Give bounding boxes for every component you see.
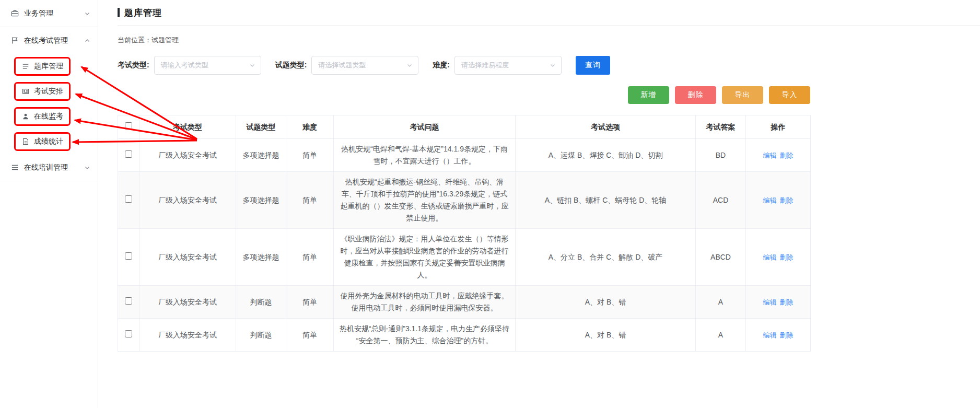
delete-link[interactable]: 删除	[780, 331, 794, 339]
select-placeholder: 请输入考试类型	[161, 61, 208, 70]
edit-link[interactable]: 编辑	[763, 253, 777, 261]
question-cell: 热机安规“总则-通则”3.1.1条规定，电力生产必须坚持“安全第一、预防为主、综…	[334, 319, 516, 352]
sidebar-item-exam-schedule[interactable]: 考试安排	[0, 79, 98, 104]
row-checkbox[interactable]	[125, 195, 132, 203]
question-type-select[interactable]: 请选择试题类型	[311, 56, 418, 75]
operations-cell: 编辑删除	[746, 286, 811, 319]
exam-type-filter: 考试类型: 请输入考试类型	[118, 56, 261, 75]
filter-label: 难度:	[433, 61, 450, 70]
edit-link[interactable]: 编辑	[763, 331, 777, 339]
action-row: 新增 删除 导出 导入	[118, 86, 810, 104]
difficulty-cell: 简单	[286, 139, 334, 172]
sidebar-item-question-bank[interactable]: 题库管理	[0, 54, 98, 79]
main-content: 题库管理 当前位置：试题管理 考试类型: 请输入考试类型 试题类型: 请选择试题…	[98, 0, 980, 408]
operations-cell: 编辑删除	[746, 139, 811, 172]
question-bank-list-icon	[21, 62, 30, 71]
delete-button[interactable]: 删除	[675, 86, 716, 104]
user-icon	[21, 112, 30, 121]
add-button[interactable]: 新增	[628, 86, 669, 104]
exam-type-select[interactable]: 请输入考试类型	[154, 56, 261, 75]
chevron-down-icon	[84, 165, 90, 171]
column-header: 考试问题	[334, 115, 516, 139]
options-cell: A、对 B、错	[516, 319, 696, 352]
operations-cell: 编辑删除	[746, 319, 811, 352]
column-header: 考试答案	[696, 115, 746, 139]
question-type-cell: 多项选择题	[236, 139, 286, 172]
delete-link[interactable]: 删除	[780, 253, 794, 261]
delete-link[interactable]: 删除	[780, 298, 794, 306]
row-checkbox[interactable]	[125, 297, 132, 305]
online-exam-submenu: 题库管理 考试安排 在线监考 成绩	[0, 54, 98, 154]
sidebar-item-label: 考试安排	[34, 87, 63, 96]
filter-label: 试题类型:	[275, 61, 307, 70]
column-header: 考试选项	[516, 115, 696, 139]
answer-cell: A	[696, 319, 746, 352]
row-checkbox[interactable]	[125, 150, 132, 158]
page-title: 题库管理	[124, 7, 162, 19]
id-card-icon	[21, 87, 30, 96]
chevron-down-icon	[249, 62, 255, 68]
import-button[interactable]: 导入	[769, 86, 810, 104]
answer-cell: ACD	[696, 172, 746, 229]
question-type-cell: 判断题	[236, 286, 286, 319]
row-checkbox[interactable]	[125, 330, 132, 337]
query-button[interactable]: 查询	[576, 56, 610, 75]
table-row: 厂级入场安全考试 判断题 简单 使用外壳为金属材料的电动工具时，应戴绝缘手套。使…	[118, 286, 811, 319]
sidebar-item-label: 业务管理	[24, 9, 53, 18]
difficulty-cell: 简单	[286, 286, 334, 319]
export-button[interactable]: 导出	[722, 86, 763, 104]
edit-link[interactable]: 编辑	[763, 196, 777, 204]
page-title-row: 题库管理	[118, 0, 980, 26]
difficulty-cell: 简单	[286, 319, 334, 352]
question-cell: 使用外壳为金属材料的电动工具时，应戴绝缘手套。使用电动工具时，必须同时使用漏电保…	[334, 286, 516, 319]
column-header: 考试类型	[139, 115, 236, 139]
filter-label: 考试类型:	[118, 61, 149, 70]
exam-type-cell: 厂级入场安全考试	[139, 172, 236, 229]
select-all-checkbox[interactable]	[125, 122, 132, 130]
exam-flag-icon	[10, 37, 19, 45]
column-header: 难度	[286, 115, 334, 139]
column-header: 试题类型	[236, 115, 286, 139]
row-checkbox[interactable]	[125, 252, 132, 260]
difficulty-select[interactable]: 请选择难易程度	[454, 56, 562, 75]
select-placeholder: 请选择难易程度	[461, 61, 509, 70]
sidebar-item-label: 在线监考	[34, 112, 63, 121]
options-cell: A、链扣 B、螺杆 C、蜗母轮 D、轮轴	[516, 172, 696, 229]
sidebar: 业务管理 在线考试管理 题库管理 考	[0, 0, 98, 408]
edit-link[interactable]: 编辑	[763, 151, 777, 159]
sidebar-item-score-stats[interactable]: 成绩统计	[0, 129, 98, 154]
delete-link[interactable]: 删除	[780, 151, 794, 159]
question-cell: 《职业病防治法》规定：用人单位在发生（）等情形时，应当对从事接触职业病危害的作业…	[334, 229, 516, 286]
chevron-down-icon	[550, 62, 556, 68]
sidebar-item-label: 在线考试管理	[24, 36, 68, 45]
select-placeholder: 请选择试题类型	[318, 61, 366, 70]
sidebar-item-business-mgmt[interactable]: 业务管理	[0, 0, 98, 27]
delete-link[interactable]: 删除	[780, 196, 794, 204]
question-type-filter: 试题类型: 请选择试题类型	[275, 56, 419, 75]
exam-type-cell: 厂级入场安全考试	[139, 139, 236, 172]
sidebar-item-online-proctor[interactable]: 在线监考	[0, 104, 98, 129]
sidebar-item-online-training-mgmt[interactable]: 在线培训管理	[0, 154, 98, 181]
question-cell: 热机安规“起重和搬运-钢丝绳、纤维绳、吊钩、滑车、千斤顶和手拉葫芦的使用”16.…	[334, 172, 516, 229]
sidebar-item-online-exam-mgmt[interactable]: 在线考试管理	[0, 27, 98, 54]
sidebar-item-label: 题库管理	[34, 62, 63, 71]
sidebar-item-label: 成绩统计	[34, 137, 63, 146]
question-type-cell: 多项选择题	[236, 229, 286, 286]
breadcrumb: 当前位置：试题管理	[118, 36, 980, 45]
table-row: 厂级入场安全考试 多项选择题 简单 热机安规“起重和搬运-钢丝绳、纤维绳、吊钩、…	[118, 172, 811, 229]
table-row: 厂级入场安全考试 判断题 简单 热机安规“总则-通则”3.1.1条规定，电力生产…	[118, 319, 811, 352]
question-type-cell: 多项选择题	[236, 172, 286, 229]
options-cell: A、运煤 B、焊接 C、卸油 D、切割	[516, 139, 696, 172]
filter-row: 考试类型: 请输入考试类型 试题类型: 请选择试题类型 难度: 请选择难易程度	[118, 56, 980, 75]
edit-link[interactable]: 编辑	[763, 298, 777, 306]
options-cell: A、分立 B、合并 C、解散 D、破产	[516, 229, 696, 286]
operations-cell: 编辑删除	[746, 229, 811, 286]
question-cell: 热机安规“电焊和气焊-基本规定”14.1.9条规定，下雨雪时，不宜露天进行（）工…	[334, 139, 516, 172]
exam-type-cell: 厂级入场安全考试	[139, 319, 236, 352]
answer-cell: A	[696, 286, 746, 319]
select-all-cell	[118, 115, 139, 139]
difficulty-cell: 简单	[286, 229, 334, 286]
question-table: 考试类型 试题类型 难度 考试问题 考试选项 考试答案 操作 厂级入场安全考试 …	[118, 115, 811, 352]
table-header-row: 考试类型 试题类型 难度 考试问题 考试选项 考试答案 操作	[118, 115, 811, 139]
divider	[0, 181, 98, 181]
